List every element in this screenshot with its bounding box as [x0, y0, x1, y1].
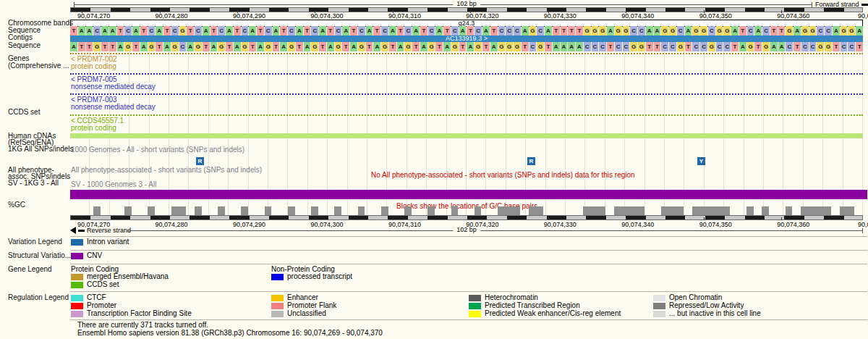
base-cell[interactable]: T: [545, 42, 552, 51]
base-cell[interactable]: A: [163, 42, 171, 51]
base-cell[interactable]: G: [311, 42, 318, 51]
base-cell[interactable]: T: [770, 26, 778, 35]
base-cell[interactable]: G: [584, 26, 591, 35]
base-cell[interactable]: G: [428, 42, 435, 51]
transcript-line[interactable]: [70, 93, 863, 95]
base-cell[interactable]: G: [848, 26, 855, 35]
base-cell[interactable]: G: [498, 42, 506, 51]
base-cell[interactable]: A: [685, 26, 692, 35]
base-cell[interactable]: G: [708, 42, 715, 51]
base-cell[interactable]: C: [506, 26, 513, 35]
base-cell[interactable]: G: [692, 26, 699, 35]
base-cell[interactable]: A: [490, 42, 498, 51]
base-cell[interactable]: A: [754, 26, 762, 35]
base-cell[interactable]: G: [514, 42, 521, 51]
base-cell[interactable]: A: [280, 42, 287, 51]
base-cell[interactable]: C: [584, 42, 591, 51]
base-cell[interactable]: T: [187, 26, 194, 35]
ruler-bar-bottom[interactable]: [70, 215, 863, 220]
base-cell[interactable]: T: [373, 26, 380, 35]
base-cell[interactable]: T: [296, 42, 303, 51]
base-cell[interactable]: C: [692, 42, 699, 51]
base-cell[interactable]: C: [171, 26, 179, 35]
base-cell[interactable]: C: [218, 26, 225, 35]
base-cell[interactable]: T: [435, 42, 443, 51]
base-cell[interactable]: T: [482, 42, 490, 51]
variant-marker[interactable]: Y: [697, 157, 705, 165]
base-cell[interactable]: G: [762, 42, 770, 51]
base-cell[interactable]: G: [475, 42, 482, 51]
base-cell[interactable]: A: [739, 42, 746, 51]
base-cell[interactable]: A: [101, 26, 109, 35]
base-cell[interactable]: G: [817, 42, 824, 51]
base-cell[interactable]: A: [140, 42, 148, 51]
base-cell[interactable]: A: [234, 42, 241, 51]
base-cell[interactable]: C: [93, 26, 101, 35]
base-cell[interactable]: C: [661, 42, 668, 51]
base-cell[interactable]: T: [226, 42, 233, 51]
base-cell[interactable]: T: [553, 26, 560, 35]
base-cell[interactable]: G: [404, 42, 412, 51]
base-cell[interactable]: A: [210, 42, 218, 51]
base-cell[interactable]: C: [638, 26, 645, 35]
base-cell[interactable]: C: [124, 26, 132, 35]
base-cell[interactable]: A: [397, 42, 404, 51]
base-cell[interactable]: T: [778, 26, 786, 35]
base-cell[interactable]: T: [210, 26, 218, 35]
base-cell[interactable]: A: [793, 26, 801, 35]
base-cell[interactable]: A: [435, 26, 443, 35]
base-cell[interactable]: A: [304, 42, 311, 51]
base-cell[interactable]: C: [809, 42, 817, 51]
base-cell[interactable]: C: [529, 42, 537, 51]
base-cell[interactable]: G: [677, 42, 684, 51]
base-cell[interactable]: G: [638, 42, 645, 51]
base-cell[interactable]: G: [841, 26, 848, 35]
base-cell[interactable]: T: [731, 42, 739, 51]
base-cell[interactable]: A: [257, 42, 264, 51]
base-cell[interactable]: C: [195, 26, 202, 35]
variant-marker[interactable]: R: [527, 157, 535, 165]
base-cell[interactable]: T: [203, 42, 210, 51]
base-cell[interactable]: T: [109, 42, 116, 51]
base-cell[interactable]: C: [242, 26, 249, 35]
base-cell[interactable]: G: [506, 42, 513, 51]
cdna-bar[interactable]: [70, 133, 863, 138]
contig-bar[interactable]: AC133919.3 >: [70, 35, 863, 42]
base-cell[interactable]: A: [249, 26, 256, 35]
base-cell[interactable]: C: [288, 26, 295, 35]
base-cell[interactable]: C: [669, 42, 676, 51]
base-cell[interactable]: T: [522, 42, 529, 51]
base-cell[interactable]: T: [280, 26, 287, 35]
base-cell[interactable]: A: [561, 42, 568, 51]
base-cell[interactable]: A: [86, 26, 93, 35]
base-cell[interactable]: T: [607, 42, 614, 51]
base-cell[interactable]: C: [148, 26, 156, 35]
base-cell[interactable]: C: [335, 26, 342, 35]
base-cell[interactable]: G: [700, 26, 707, 35]
transcript-line[interactable]: [70, 73, 863, 75]
base-cell[interactable]: A: [273, 26, 280, 35]
base-cell[interactable]: C: [841, 42, 848, 51]
base-cell[interactable]: G: [218, 42, 225, 51]
base-cell[interactable]: G: [195, 42, 202, 51]
base-cell[interactable]: T: [646, 42, 653, 51]
base-cell[interactable]: G: [148, 42, 156, 51]
base-cell[interactable]: A: [117, 42, 124, 51]
base-cell[interactable]: T: [459, 42, 467, 51]
base-cell[interactable]: C: [599, 42, 606, 51]
base-cell[interactable]: C: [381, 26, 388, 35]
base-cell[interactable]: C: [747, 26, 754, 35]
base-cell[interactable]: A: [770, 42, 778, 51]
base-cell[interactable]: A: [467, 42, 474, 51]
base-cell[interactable]: C: [630, 26, 637, 35]
base-cell[interactable]: C: [498, 26, 506, 35]
base-cell[interactable]: A: [203, 26, 210, 35]
base-cell[interactable]: A: [132, 26, 140, 35]
base-cell[interactable]: T: [156, 42, 163, 51]
base-cell[interactable]: G: [669, 26, 676, 35]
base-cell[interactable]: C: [311, 26, 318, 35]
base-cell[interactable]: G: [661, 26, 668, 35]
base-cell[interactable]: G: [451, 42, 459, 51]
base-cell[interactable]: C: [179, 42, 187, 51]
base-cell[interactable]: A: [366, 26, 373, 35]
